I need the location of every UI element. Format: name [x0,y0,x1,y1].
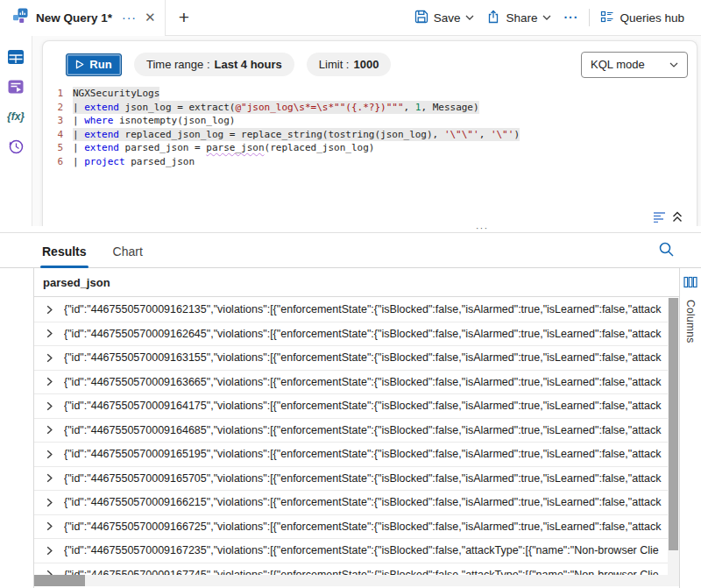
history-icon[interactable] [5,136,26,157]
query-tab[interactable]: New Query 1* ··· ✕ [0,0,166,36]
result-row[interactable]: {"id":"4467550570009164175","violations"… [34,394,680,419]
result-row[interactable]: {"id":"4467550570009167235","violations"… [34,539,680,563]
result-row[interactable]: {"id":"4467550570009165195","violations"… [34,443,680,467]
line-number: 5 [43,141,73,155]
share-icon [486,10,500,26]
more-commands-button[interactable]: ··· [557,7,584,28]
limit-picker[interactable]: Limit : 1000 [307,53,392,76]
code-text: | where isnotempty(json_log) [73,114,235,128]
result-row[interactable]: {"id":"4467550570009164685","violations"… [34,419,680,443]
vertical-scrollbar-thumb[interactable] [669,298,678,550]
row-json-text: {"id":"4467550570009163665","violations"… [64,376,666,388]
save-button[interactable]: Save [408,6,481,30]
code-line: 3| where isnotempty(json_log) [43,114,697,128]
tab-chart[interactable]: Chart [113,244,143,267]
run-button[interactable]: Run [66,53,122,76]
expand-chevron-icon[interactable] [45,498,60,507]
play-icon [75,60,84,69]
row-json-text: {"id":"4467550570009166725","violations"… [64,521,666,533]
columns-side-panel[interactable]: Columns [679,268,701,588]
code-line: 2| extend json_log = extract(@"json_log\… [43,101,697,115]
resize-dots: ··· [476,223,489,233]
query-pane-icon[interactable] [5,76,26,97]
column-header-parsed-json[interactable]: parsed_json [34,268,679,297]
editor-footer [653,211,683,223]
expand-chevron-icon[interactable] [45,401,60,411]
line-number: 2 [43,101,73,115]
columns-panel-label: Columns [684,300,697,343]
functions-icon[interactable]: {fx} [5,106,26,127]
row-json-text: {"id":"4467550570009167235","violations"… [64,544,666,556]
code-line: 1NGXSecurityLogs [43,87,697,101]
tab-title: New Query 1* [36,11,112,25]
top-bar: New Query 1* ··· ✕ + Save [0,0,701,36]
result-row[interactable]: {"id":"4467550570009167745","violations"… [34,563,680,576]
query-toolbar: Run Time range : Last 4 hours Limit : 10… [43,41,697,80]
expand-chevron-icon[interactable] [45,305,60,315]
expand-chevron-icon[interactable] [45,450,60,459]
expand-chevron-icon[interactable] [45,329,60,338]
tab-more-menu[interactable]: ··· [122,13,137,22]
chevron-down-icon [542,15,551,20]
kql-mode-value: KQL mode [591,58,645,71]
horizontal-scrollbar[interactable] [34,575,680,586]
row-json-text: {"id":"4467550570009162135","violations"… [64,303,666,315]
code-text: | extend json_log = extract(@"json_log\s… [73,101,479,115]
code-text: NGXSecurityLogs [73,87,159,101]
queries-hub-button[interactable]: Queries hub [594,6,690,30]
result-row[interactable]: {"id":"4467550570009163155","violations"… [34,346,680,371]
row-json-text: {"id":"4467550570009165195","violations"… [64,448,666,460]
expand-chevron-icon[interactable] [45,425,60,435]
line-number: 4 [43,128,73,142]
double-chevron-up-icon[interactable] [672,211,683,223]
query-editor[interactable]: 1NGXSecurityLogs2| extend json_log = ext… [43,87,697,168]
results-tab-bar: Results Chart [0,233,701,268]
run-label: Run [89,58,111,71]
line-number: 6 [43,155,73,169]
expand-chevron-icon[interactable] [45,546,60,556]
adx-logo-icon [12,8,28,27]
queries-hub-icon [600,10,614,26]
result-row[interactable]: {"id":"4467550570009162135","violations"… [34,298,680,322]
kql-mode-select[interactable]: KQL mode [581,52,688,78]
fx-glyph: {fx} [7,110,25,123]
row-json-text: {"id":"4467550570009164685","violations"… [64,424,666,436]
expand-chevron-icon[interactable] [45,353,60,363]
expand-chevron-icon[interactable] [45,377,60,386]
vertical-scrollbar[interactable] [668,298,679,575]
time-range-value: Last 4 hours [215,58,282,71]
save-icon [414,10,428,26]
result-row[interactable]: {"id":"4467550570009166725","violations"… [34,515,680,540]
columns-icon [683,275,697,293]
result-row[interactable]: {"id":"4467550570009163665","violations"… [34,371,680,395]
save-label: Save [434,11,461,25]
tab-close-icon[interactable]: ✕ [145,10,156,25]
stacked-lines-icon[interactable] [653,211,666,223]
expand-chevron-icon[interactable] [45,473,60,483]
code-text: | project parsed_json [73,155,195,169]
divider [589,9,590,26]
command-bar: Save Share ··· [408,6,701,30]
result-row[interactable]: {"id":"4467550570009162645","violations"… [34,322,680,347]
tables-icon[interactable] [5,46,26,67]
result-row[interactable]: {"id":"4467550570009166215","violations"… [34,491,680,515]
tab-results[interactable]: Results [42,244,87,267]
time-range-picker[interactable]: Time range : Last 4 hours [134,53,294,76]
share-button[interactable]: Share [480,6,557,30]
time-range-label: Time range : [146,58,210,71]
horizontal-scrollbar-thumb[interactable] [34,575,85,586]
row-json-text: {"id":"4467550570009164175","violations"… [64,400,666,412]
results-rows: {"id":"4467550570009162135","violations"… [34,298,680,575]
panel-resize-handle[interactable]: ··· [0,226,701,233]
chevron-down-icon [669,62,678,67]
limit-value: 1000 [353,58,379,71]
code-text: | extend replaced_json_log = replace_str… [73,128,520,142]
search-icon[interactable] [658,241,675,261]
expand-chevron-icon[interactable] [45,521,60,531]
new-tab-button[interactable]: + [179,9,189,26]
code-line: 4| extend replaced_json_log = replace_st… [43,128,697,142]
app-window: New Query 1* ··· ✕ + Save [0,0,701,588]
left-sidebar: {fx} [0,36,32,226]
result-row[interactable]: {"id":"4467550570009165705","violations"… [34,467,680,492]
results-grid: parsed_json {"id":"4467550570009162135",… [33,268,679,588]
